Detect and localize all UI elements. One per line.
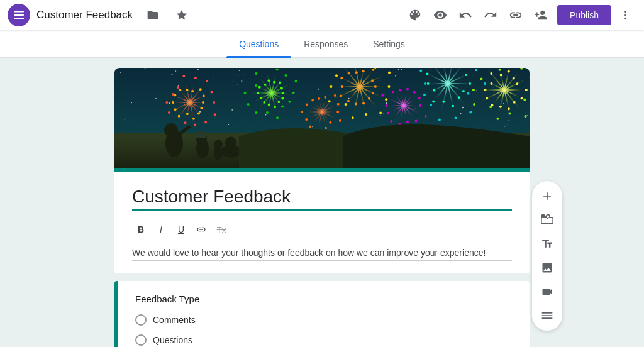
form-title: Customer Feedback	[36, 9, 133, 21]
tabs-bar: Questions Responses Settings	[0, 30, 644, 58]
link-format-btn[interactable]	[192, 221, 210, 238]
side-toolbar	[532, 181, 562, 331]
question-card: Feedback Type Comments Questions	[114, 281, 530, 347]
add-section-btn[interactable]	[536, 304, 558, 327]
italic-btn[interactable]: I	[152, 221, 170, 238]
bold-btn[interactable]: B	[132, 221, 150, 238]
add-title-btn[interactable]	[536, 233, 558, 255]
svg-rect-2	[14, 18, 24, 19]
import-questions-btn[interactable]	[536, 209, 558, 231]
star-icon[interactable]	[170, 4, 193, 26]
form-banner[interactable]	[114, 68, 530, 168]
publish-button[interactable]: Publish	[557, 5, 611, 25]
radio-circle-questions[interactable]	[135, 334, 147, 346]
topbar-right: Publish	[404, 4, 636, 26]
preview-icon[interactable]	[429, 4, 452, 26]
radio-label-comments: Comments	[153, 315, 196, 325]
underline-btn[interactable]: U	[172, 221, 190, 238]
tab-questions[interactable]: Questions	[226, 30, 291, 58]
form-header-card: B I U Tx	[114, 168, 530, 273]
radio-option-questions: Questions	[135, 334, 512, 346]
undo-icon[interactable]	[454, 4, 477, 26]
add-video-btn[interactable]	[536, 280, 558, 303]
form-container: B I U Tx Feedback Type Comments Question…	[114, 68, 530, 347]
clear-format-btn[interactable]: Tx	[213, 221, 230, 238]
radio-label-questions: Questions	[153, 335, 192, 345]
form-title-input[interactable]	[132, 187, 512, 211]
question-title: Feedback Type	[135, 294, 512, 304]
folder-icon[interactable]	[142, 4, 164, 26]
tab-responses[interactable]: Responses	[291, 30, 360, 58]
redo-icon[interactable]	[479, 4, 502, 26]
tab-settings[interactable]: Settings	[360, 30, 418, 58]
link-icon[interactable]	[504, 4, 527, 26]
form-description-input[interactable]	[132, 248, 512, 261]
text-format-bar: B I U Tx	[132, 221, 512, 238]
topbar-left: Customer Feedback	[8, 4, 404, 26]
more-options-icon[interactable]	[614, 4, 636, 26]
radio-option-comments: Comments	[135, 314, 512, 326]
svg-rect-0	[14, 11, 24, 13]
add-collaborator-icon[interactable]	[530, 4, 552, 26]
app-menu-icon[interactable]	[8, 4, 30, 26]
svg-rect-1	[14, 14, 24, 16]
topbar: Customer Feedback	[0, 0, 644, 30]
main-content: B I U Tx Feedback Type Comments Question…	[0, 58, 644, 347]
add-question-btn[interactable]	[536, 185, 558, 207]
palette-icon[interactable]	[404, 4, 426, 26]
add-image-btn[interactable]	[536, 256, 558, 279]
radio-circle-comments[interactable]	[135, 314, 147, 326]
